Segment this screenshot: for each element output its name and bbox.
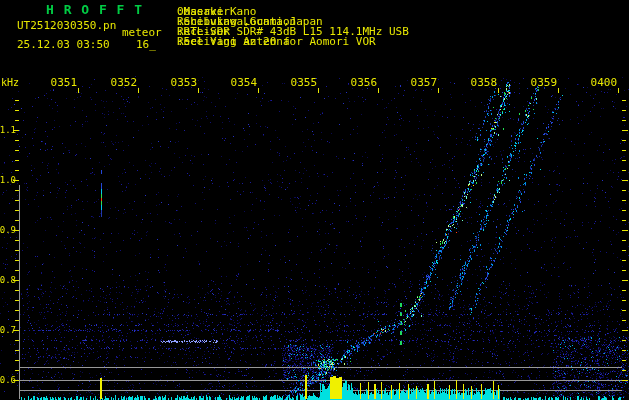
minute-counter: 16_ xyxy=(136,38,156,51)
hrofft-window: H R O F F T UT2512030350.pn meteor 25.12… xyxy=(0,0,629,400)
datetime-text: 25.12.03 03:50 xyxy=(17,38,110,51)
filename-text: UT2512030350.pn xyxy=(17,19,116,32)
info-value-antenna: :5el Yagi Az 20 for Aomori VOR xyxy=(177,35,376,48)
spectrogram-canvas xyxy=(0,0,629,400)
app-title: H R O F F T xyxy=(46,2,143,17)
